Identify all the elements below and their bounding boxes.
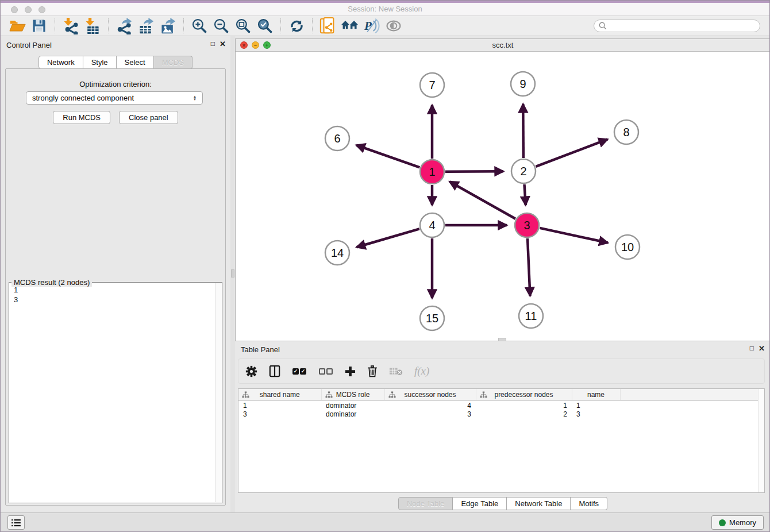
table-cell[interactable]: 1 (238, 400, 321, 410)
graph-node-6[interactable]: 6 (325, 126, 349, 151)
column-header-MCDS-role[interactable]: MCDS role (321, 389, 384, 400)
graph-node-3[interactable]: 3 (515, 213, 539, 237)
graph-node-4[interactable]: 4 (420, 213, 444, 237)
graph-edge-1-2[interactable] (445, 171, 503, 172)
column-header-successor-nodes[interactable]: successor nodes (384, 389, 476, 400)
table-cell[interactable]: 1 (572, 400, 620, 410)
graph-node-1[interactable]: 1 (420, 160, 444, 184)
node-table[interactable]: shared nameMCDS rolesuccessor nodesprede… (238, 388, 765, 493)
table-cell[interactable]: 4 (384, 400, 476, 410)
task-list-button[interactable] (7, 515, 25, 530)
table-cell[interactable]: 3 (384, 410, 476, 419)
column-header-shared-name[interactable]: shared name (238, 389, 321, 400)
table-cell[interactable]: 3 (238, 410, 321, 419)
graph-edge-3-11[interactable] (528, 238, 530, 296)
svg-text:9: 9 (519, 78, 526, 90)
network-canvas[interactable]: 7968124314101511 (236, 52, 770, 341)
select-none-icon[interactable] (318, 363, 333, 379)
column-header-filler (620, 389, 764, 400)
zoom-in-icon[interactable] (190, 17, 209, 34)
graph-edge-2-9[interactable] (523, 104, 523, 158)
float-panel-icon[interactable]: □ (211, 40, 215, 48)
table-row[interactable]: 3dominator323 (238, 410, 764, 419)
run-mcds-button[interactable]: Run MCDS (53, 111, 110, 124)
graph-edge-1-6[interactable] (356, 145, 419, 168)
table-cell[interactable]: dominator (321, 400, 384, 410)
close-panel-icon[interactable]: ✕ (220, 40, 226, 48)
close-table-panel-icon[interactable]: ✕ (759, 344, 765, 353)
tab-select[interactable]: Select (117, 56, 154, 69)
zoom-fit-icon[interactable] (233, 17, 253, 34)
graph-node-14[interactable]: 14 (325, 241, 349, 265)
tab-style[interactable]: Style (83, 56, 117, 69)
svg-text:14: 14 (331, 246, 344, 259)
graph-node-9[interactable]: 9 (511, 72, 535, 96)
graph-edge-2-3[interactable] (524, 184, 525, 205)
tab-node-table[interactable]: Node Table (398, 497, 453, 510)
svg-text:1: 1 (429, 165, 435, 178)
tab-motifs[interactable]: Motifs (571, 497, 607, 510)
memory-button[interactable]: Memory (711, 515, 764, 530)
splitter-handle[interactable] (231, 269, 234, 277)
optimization-dropdown[interactable]: strongly connected component ▲▼ (26, 91, 203, 105)
main-titlebar: Session: New Session (1, 1, 769, 16)
export-table-icon[interactable] (136, 17, 156, 34)
control-panel: Control Panel □ ✕ NetworkStyleSelectMCDS… (1, 36, 230, 514)
tab-mcds[interactable]: MCDS (154, 56, 192, 69)
network-document-icon[interactable] (318, 17, 338, 34)
tab-network-table[interactable]: Network Table (507, 497, 571, 510)
graph-node-7[interactable]: 7 (420, 73, 444, 97)
graph-node-10[interactable]: 10 (615, 235, 640, 259)
export-image-icon[interactable] (158, 17, 178, 34)
table-cell[interactable]: dominator (321, 410, 384, 419)
column-header-predecessor-nodes[interactable]: predecessor nodes (476, 389, 572, 400)
gear-icon[interactable] (245, 363, 257, 379)
dropdown-stepper-icon: ▲▼ (193, 95, 197, 101)
zoom-out-icon[interactable] (211, 17, 231, 34)
import-network-icon[interactable] (61, 17, 80, 34)
graph-edge-2-8[interactable] (536, 139, 608, 166)
graph-node-11[interactable]: 11 (519, 304, 543, 328)
tab-edge-table[interactable]: Edge Table (453, 497, 507, 510)
graph-edge-3-10[interactable] (540, 228, 607, 243)
close-panel-button[interactable]: Close panel (119, 111, 178, 124)
refresh-icon[interactable] (287, 17, 306, 34)
search-box[interactable] (594, 20, 760, 32)
table-panel-title: Table Panel (241, 345, 280, 354)
save-icon[interactable] (29, 17, 49, 34)
import-table-icon[interactable] (83, 17, 102, 34)
hierarchy-icon (325, 391, 333, 398)
select-all-icon[interactable]: ✓✓ (292, 363, 307, 379)
table-cell[interactable]: 3 (572, 410, 620, 419)
graph-node-8[interactable]: 8 (614, 120, 638, 144)
float-table-panel-icon[interactable]: □ (750, 344, 754, 353)
svg-text:15: 15 (426, 312, 438, 325)
table-cell[interactable]: 1 (476, 400, 572, 410)
graph-edge-4-14[interactable] (357, 229, 419, 247)
vertical-splitter[interactable] (230, 36, 235, 514)
svg-text:8: 8 (623, 126, 629, 138)
graph-node-2[interactable]: 2 (511, 159, 536, 183)
zoom-selected-icon[interactable] (255, 17, 275, 34)
application-window: Session: New Session (0, 0, 770, 532)
table-scrollbar[interactable] (758, 389, 764, 492)
mcds-result-scrollbar[interactable] (215, 283, 222, 502)
home-icon[interactable] (340, 17, 360, 34)
graph-edge-3-1[interactable] (449, 182, 515, 219)
column-header-name[interactable]: name (572, 389, 620, 400)
optimization-dropdown-value: strongly connected component (32, 94, 193, 102)
network-window-titlebar[interactable]: × − + scc.txt (236, 39, 770, 52)
open-folder-icon[interactable] (7, 17, 27, 34)
mcds-result-line: 1 (14, 285, 214, 295)
graph-node-15[interactable]: 15 (420, 306, 444, 330)
status-bar: Memory (1, 512, 769, 531)
columns-icon[interactable] (269, 363, 280, 379)
add-icon[interactable] (345, 363, 356, 379)
tab-network[interactable]: Network (38, 56, 83, 69)
search-input[interactable] (610, 22, 755, 30)
hide-graphics-icon[interactable]: P (362, 17, 382, 34)
table-row[interactable]: 1dominator411 (238, 400, 764, 410)
delete-icon[interactable] (367, 363, 378, 379)
table-cell[interactable]: 2 (476, 410, 572, 419)
export-network-icon[interactable] (114, 17, 134, 34)
